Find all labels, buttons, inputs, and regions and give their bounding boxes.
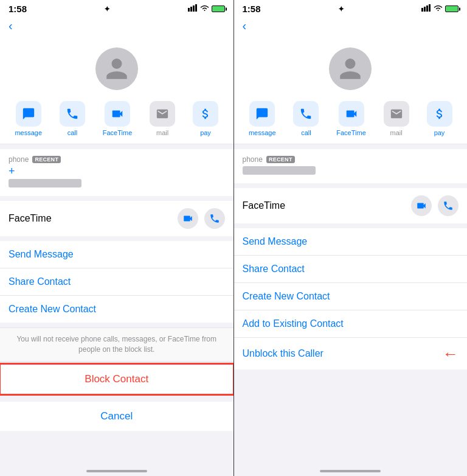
right-pay-icon-circle <box>427 101 452 127</box>
svg-rect-7 <box>429 4 431 12</box>
right-status-icons <box>421 4 458 13</box>
right-menu-section: Send Message Share Contact Create New Co… <box>234 228 468 369</box>
right-call-label: call <box>301 129 311 136</box>
mail-icon <box>156 107 169 121</box>
unblock-label: Unblock this Caller <box>243 348 323 359</box>
left-warning-box: You will not receive phone calls, messag… <box>0 327 234 362</box>
person-icon <box>104 56 130 82</box>
right-wifi-icon <box>434 4 443 13</box>
left-pay-btn[interactable]: pay <box>193 101 218 136</box>
svg-rect-0 <box>188 8 190 12</box>
left-phone-screen: 1:58 ✦ ‹ mes <box>0 0 234 476</box>
right-mail-label: mail <box>390 129 403 136</box>
pay-label: pay <box>200 129 211 136</box>
call-icon-circle <box>60 101 85 127</box>
red-arrow-icon: ← <box>443 346 458 362</box>
right-facetime-icon-circle <box>339 101 364 127</box>
right-facetime-audio-btn[interactable] <box>438 195 458 216</box>
right-phone-card: phone RECENT <box>234 149 468 183</box>
left-phone-card: phone RECENT + <box>0 149 234 196</box>
call-label: call <box>67 129 78 136</box>
svg-rect-1 <box>190 7 192 12</box>
left-facetime-text: FaceTime <box>9 213 52 224</box>
left-time: 1:58 <box>9 4 27 14</box>
left-facetime-icons <box>178 208 225 229</box>
left-avatar <box>95 47 138 90</box>
right-unblock-item[interactable]: Unblock this Caller ← <box>234 338 468 369</box>
left-facetime-audio-btn[interactable] <box>204 208 225 229</box>
pay-icon-circle <box>193 101 218 127</box>
left-share-contact-item[interactable]: Share Contact <box>0 268 234 296</box>
left-call-btn[interactable]: call <box>60 101 85 136</box>
right-phone-screen: 1:58 ✦ ‹ mes <box>234 0 468 476</box>
left-cancel-button[interactable]: Cancel <box>0 402 234 431</box>
left-send-message-item[interactable]: Send Message <box>0 241 234 268</box>
left-status-icons <box>188 4 225 13</box>
svg-rect-5 <box>424 7 426 12</box>
right-facetime-btn[interactable]: FaceTime <box>336 101 366 136</box>
svg-rect-2 <box>193 5 195 12</box>
right-facetime-icons <box>411 195 458 216</box>
right-signal-icon <box>421 4 431 13</box>
right-video-icon <box>345 107 358 121</box>
left-block-wrapper: Block Contact <box>0 364 234 394</box>
right-battery-icon <box>445 5 458 12</box>
right-message-label: message <box>249 129 276 136</box>
facetime-video-icon <box>182 213 193 224</box>
facetime-icon-circle <box>105 101 130 127</box>
left-avatar-area <box>0 38 234 97</box>
right-add-existing-contact-item[interactable]: Add to Existing Contact <box>234 310 468 338</box>
right-send-message-item[interactable]: Send Message <box>234 228 468 256</box>
right-mail-btn[interactable]: mail <box>384 101 409 136</box>
right-create-contact-item[interactable]: Create New Contact <box>234 283 468 310</box>
left-recent-badge: RECENT <box>32 156 61 163</box>
left-location-icon: ✦ <box>104 5 110 13</box>
message-icon-circle <box>16 101 41 127</box>
left-block-button[interactable]: Block Contact <box>0 364 234 394</box>
right-nav-bar: ‹ <box>234 16 468 38</box>
mail-label: mail <box>156 129 168 136</box>
right-home-bar <box>320 470 381 472</box>
right-blurred-number <box>243 166 316 175</box>
left-facetime-video-btn[interactable] <box>178 208 198 229</box>
right-pay-icon <box>433 107 446 121</box>
mail-icon-circle <box>150 101 175 127</box>
right-person-icon <box>337 56 363 82</box>
left-home-bar <box>86 470 147 472</box>
right-back-button[interactable]: ‹ <box>243 19 247 33</box>
pay-icon <box>199 107 212 121</box>
right-call-btn[interactable]: call <box>293 101 319 136</box>
right-status-bar: 1:58 ✦ <box>234 0 468 16</box>
left-facetime-btn[interactable]: FaceTime <box>103 101 133 136</box>
right-action-buttons: message call FaceTime m <box>234 97 468 144</box>
message-icon <box>22 107 35 121</box>
right-mail-icon <box>390 107 403 121</box>
right-pay-btn[interactable]: pay <box>427 101 452 136</box>
left-back-button[interactable]: ‹ <box>9 19 13 33</box>
left-menu-section: Send Message Share Contact Create New Co… <box>0 241 234 323</box>
wifi-icon <box>200 4 209 13</box>
right-phone-icon <box>299 107 313 121</box>
left-phone-plus: + <box>9 165 225 178</box>
right-share-contact-item[interactable]: Share Contact <box>234 256 468 283</box>
facetime-phone-icon <box>209 213 220 224</box>
right-facetime-card: FaceTime <box>234 188 468 223</box>
right-facetime-video-icon <box>416 200 427 211</box>
right-location-icon: ✦ <box>338 5 344 13</box>
right-message-btn[interactable]: message <box>249 101 276 136</box>
right-message-icon <box>255 107 269 121</box>
left-status-bar: 1:58 ✦ <box>0 0 234 16</box>
svg-rect-6 <box>426 5 428 12</box>
left-nav-bar: ‹ <box>0 16 234 38</box>
left-action-buttons: message call FaceTime m <box>0 97 234 144</box>
message-label: message <box>15 129 42 136</box>
facetime-label: FaceTime <box>103 129 133 136</box>
left-message-btn[interactable]: message <box>15 101 42 136</box>
left-mail-btn[interactable]: mail <box>150 101 175 136</box>
svg-rect-4 <box>421 8 423 12</box>
left-blurred-number <box>9 179 81 187</box>
phone-icon <box>66 107 79 121</box>
left-create-contact-item[interactable]: Create New Contact <box>0 296 234 323</box>
right-message-icon-circle <box>249 101 275 127</box>
right-facetime-video-btn[interactable] <box>411 195 432 216</box>
